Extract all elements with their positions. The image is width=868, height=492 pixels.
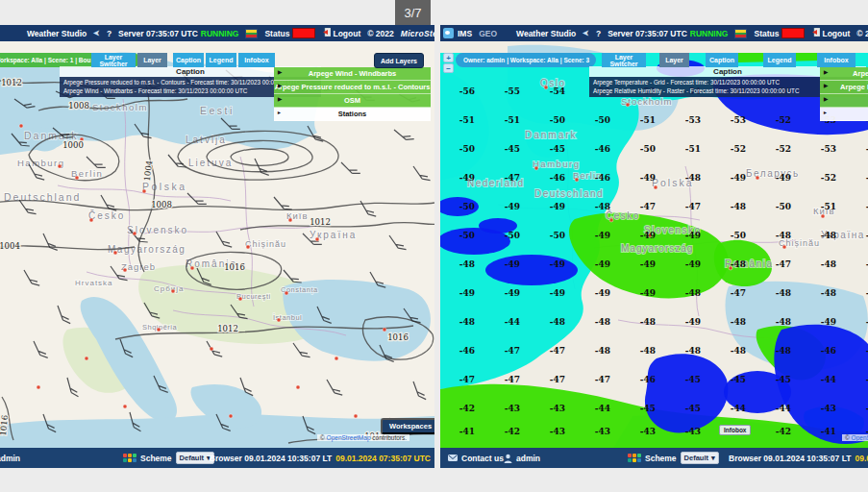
layer-button[interactable]: Layer <box>137 53 167 67</box>
temperature-value: -47 <box>550 375 565 384</box>
temperature-value: -47 <box>685 202 701 211</box>
temperature-value: -45 <box>776 375 791 384</box>
expand-arrow-icon[interactable]: ▸ <box>824 110 827 115</box>
logout-icon[interactable] <box>811 28 820 38</box>
add-layers-button[interactable]: Add Layers <box>374 53 424 68</box>
scheme-control[interactable]: Scheme Default▾ <box>123 448 214 468</box>
caption-button[interactable]: Caption <box>173 53 204 67</box>
expand-arrow-icon[interactable]: ▶ <box>824 96 828 102</box>
server-time-label: Server 07:35:07 UTC <box>118 29 198 38</box>
send-arrow-icon[interactable]: ➤ <box>583 29 589 37</box>
left-map[interactable]: DanmarkEestiStockholmLatvijaLietuvaHambu… <box>0 41 434 448</box>
status-indicator[interactable] <box>292 28 315 38</box>
temperature-value: -49 <box>550 288 565 298</box>
right-weather-panel: IMS GEO Weather Studio ➤ ? Server 07:35:… <box>440 25 868 468</box>
app-title: Weather Studio <box>516 29 576 38</box>
contour-label: 1008 <box>68 101 89 111</box>
scheme-select[interactable]: Default▾ <box>176 452 214 464</box>
station-dot <box>58 164 62 168</box>
zoom-in-button[interactable]: + <box>443 53 454 62</box>
server-running-badge: RUNNING <box>201 29 239 38</box>
logout-button[interactable]: Logout <box>333 29 360 38</box>
layer-button[interactable]: Layer <box>659 53 689 67</box>
expand-arrow-icon[interactable]: ▶ <box>278 96 282 102</box>
server-time-label: Server 07:35:07 UTC <box>608 29 687 38</box>
infobox-button[interactable]: Infobox <box>238 53 275 67</box>
temperature-value: -47 <box>640 202 656 211</box>
right-map[interactable]: OsloStockholmDanmarkHamburgNederlandDeut… <box>440 41 868 448</box>
layer-row[interactable]: ▶Arpege Relative Humidity - Raster <box>820 81 868 94</box>
owner-workspace-pill[interactable]: Owner: admin | Workspace: Alla | Scene: … <box>456 53 596 67</box>
expand-arrow-icon[interactable]: ▶ <box>278 83 282 88</box>
osm-link[interactable]: OpenStreetMap <box>852 434 868 441</box>
layer-row[interactable]: ▶Arpege Pressure reduced to m.s.l. - Con… <box>274 81 431 94</box>
expand-arrow-icon[interactable]: ▶ <box>824 69 828 75</box>
contact-us-button[interactable]: Contact us <box>448 448 504 468</box>
temperature-value: -49 <box>550 202 565 211</box>
map-place-label: Magyarország <box>621 243 693 254</box>
station-dot <box>246 245 250 249</box>
layer-row-stations[interactable]: ▸Stations <box>274 108 431 121</box>
station-dot <box>288 218 292 222</box>
temperature-value: -48 <box>685 346 701 356</box>
temperature-value: -51 <box>459 115 475 125</box>
logout-button[interactable]: Logout <box>822 29 850 38</box>
logout-icon[interactable] <box>322 28 331 38</box>
expand-arrow-icon[interactable]: ▶ <box>278 69 282 75</box>
temperature-value: -46 <box>550 173 565 183</box>
layer-switcher-button[interactable]: Layer Switcher <box>91 53 136 67</box>
layer-row[interactable]: ▶Arpege Wind - Windbarbs <box>274 67 431 81</box>
temperature-value: -47 <box>595 375 610 384</box>
legend-button[interactable]: Legend <box>763 53 796 67</box>
right-statusbar: Contact us admin Scheme Default▾ Browser… <box>440 448 868 468</box>
send-arrow-icon[interactable]: ➤ <box>93 29 100 37</box>
map-place-label: Беларусь <box>746 168 800 179</box>
station-dot <box>19 124 23 128</box>
temperature-value: -45 <box>505 144 520 154</box>
layer-switcher-button[interactable]: Layer Switcher <box>602 53 646 67</box>
temperature-value: -49 <box>640 173 656 183</box>
station-dot <box>354 414 358 418</box>
temperature-value: -49 <box>821 317 836 327</box>
help-icon[interactable]: ? <box>596 29 601 38</box>
right-navbar: IMS GEO Weather Studio ➤ ? Server 07:35:… <box>440 25 868 41</box>
layer-row[interactable]: ▶Arpege Temperature - Grid <box>820 67 868 81</box>
map-place-label: Stockholm <box>92 102 148 112</box>
temperature-value: -50 <box>731 231 746 240</box>
temperature-value: -50 <box>459 231 475 240</box>
station-dot <box>782 245 786 249</box>
scheme-select[interactable]: Default▾ <box>681 452 719 464</box>
user-menu[interactable]: admin <box>504 448 540 468</box>
expand-arrow-icon[interactable]: ▶ <box>824 83 828 88</box>
workspaces-button[interactable]: Workspaces <box>381 418 434 434</box>
temperature-value: -45 <box>550 144 565 154</box>
layer-row[interactable]: ▶OSM <box>820 94 868 108</box>
scheme-control[interactable]: Scheme Default▾ <box>628 448 719 468</box>
legend-button[interactable]: Legend <box>206 53 236 67</box>
station-dot <box>142 189 146 193</box>
station-dot <box>85 357 88 360</box>
language-flag-icon[interactable] <box>734 29 747 38</box>
temperature-value: -49 <box>595 288 610 298</box>
infobox-button[interactable]: Infobox <box>817 53 856 67</box>
layer-row-stations[interactable]: ▸Stations <box>820 108 868 121</box>
expand-arrow-icon[interactable]: ▸ <box>278 110 281 115</box>
caption-button[interactable]: Caption <box>706 53 738 67</box>
layer-row[interactable]: ▶OSM <box>274 94 431 108</box>
help-icon[interactable]: ? <box>107 29 112 38</box>
infobox-chip[interactable]: Infobox <box>719 425 751 435</box>
station-dot <box>383 328 386 332</box>
temperature-value: -42 <box>776 427 791 436</box>
tab-counter[interactable]: 3/7 <box>395 0 431 25</box>
osm-link[interactable]: OpenStreetMap <box>327 434 371 441</box>
temperature-value: -54 <box>550 86 565 96</box>
contact-icon <box>448 454 458 463</box>
temperature-value: -50 <box>550 115 565 125</box>
temperature-value: -48 <box>459 317 475 327</box>
map-place-label: Hamburg <box>533 159 581 169</box>
zoom-out-button[interactable]: − <box>443 63 454 73</box>
language-flag-icon[interactable] <box>245 29 258 38</box>
station-dot <box>229 414 233 418</box>
status-indicator[interactable] <box>781 28 805 38</box>
station-dot <box>190 266 194 270</box>
